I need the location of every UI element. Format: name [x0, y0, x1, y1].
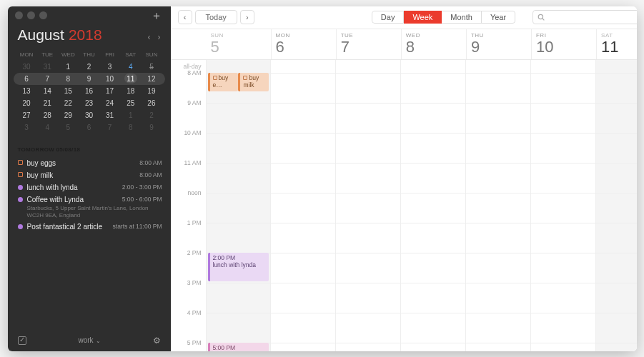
mini-day[interactable]: 30 [79, 109, 99, 121]
mini-day[interactable]: 22 [58, 97, 79, 109]
next-month-button[interactable]: › [158, 32, 161, 42]
search-input[interactable] [548, 11, 636, 23]
agenda-item-location: Starbucks, 5 Upper Saint Martin's Lane, … [27, 205, 156, 220]
day-column[interactable]: buy e…buy milk2:00 PMlunch with lynda5:0… [207, 60, 272, 351]
day-column[interactable] [336, 60, 401, 351]
mini-day[interactable]: 5 [141, 61, 162, 73]
mini-day[interactable]: 23 [79, 97, 99, 109]
prev-month-button[interactable]: ‹ [148, 32, 151, 42]
mini-day[interactable]: 13 [16, 85, 37, 97]
week-grid[interactable]: all-day 8 AM9 AM10 AM11 AMnoon1 PM2 PM3 … [171, 60, 637, 351]
gear-icon[interactable]: ⚙ [153, 336, 161, 346]
day-header[interactable]: WED8 [402, 29, 466, 59]
agenda-item[interactable]: Post fantastical 2 articlestarts at 11:0… [18, 221, 162, 233]
mini-day[interactable]: 28 [37, 109, 58, 121]
day-number: 11 [601, 39, 636, 55]
view-segmented-control[interactable]: DayWeekMonthYear [372, 11, 515, 24]
day-column[interactable] [271, 60, 336, 351]
mini-day[interactable]: 30 [16, 61, 37, 73]
mini-day[interactable]: 15 [58, 85, 79, 97]
mini-day[interactable]: 19 [141, 85, 162, 97]
day-header[interactable]: SUN5 [207, 29, 271, 59]
mini-day[interactable]: 7 [37, 73, 58, 85]
calendar-event[interactable]: buy e… [208, 73, 239, 91]
day-header[interactable]: THU9 [467, 29, 531, 59]
agenda-item[interactable]: buy eggs8:00 AM [18, 157, 162, 169]
day-header[interactable]: TUE7 [337, 29, 401, 59]
mini-day[interactable]: 2 [141, 109, 162, 121]
mini-day[interactable]: 20 [16, 97, 37, 109]
prev-week-button[interactable]: ‹ [178, 10, 192, 24]
mini-day[interactable]: 17 [99, 85, 120, 97]
calendar-event[interactable]: 2:00 PMlunch with lynda [208, 253, 269, 281]
mini-day[interactable]: 7 [99, 121, 120, 134]
mini-day[interactable]: 9 [79, 73, 99, 85]
mini-day[interactable]: 6 [16, 73, 37, 85]
mini-day[interactable]: 24 [99, 97, 120, 109]
traffic-close-icon[interactable] [15, 11, 23, 19]
event-dot-icon [18, 197, 23, 202]
next-week-button[interactable]: › [240, 10, 254, 24]
mini-day[interactable]: 6 [79, 121, 99, 134]
mini-day[interactable]: 10 [99, 73, 120, 85]
mini-day[interactable]: 29 [58, 109, 79, 121]
app-window: ＋ August 2018 ‹ › MONTUEWEDTHUFRISATSUN3… [8, 6, 637, 351]
mini-day[interactable]: 12 [141, 73, 162, 85]
mini-day[interactable]: 8 [58, 73, 79, 85]
view-option-day[interactable]: Day [372, 11, 405, 24]
agenda-item-title: Post fantastical 2 article [27, 223, 103, 231]
mini-day[interactable]: 26 [141, 97, 162, 109]
day-header[interactable]: SAT11 [597, 29, 636, 59]
mini-day[interactable]: 4 [120, 61, 141, 73]
day-column[interactable] [401, 60, 466, 351]
day-column[interactable] [531, 60, 596, 351]
day-number: 10 [536, 39, 592, 55]
mini-day[interactable]: 8 [120, 121, 141, 134]
reminders-toggle[interactable] [18, 336, 26, 345]
agenda-list: TOMORROW 05/08/18 buy eggs8:00 AMbuy mil… [8, 138, 171, 233]
day-header[interactable]: FRI10 [532, 29, 596, 59]
mini-day[interactable]: 16 [79, 85, 99, 97]
agenda-item[interactable]: lunch with lynda2:00 - 3:00 PM [18, 181, 162, 193]
mini-day[interactable]: 2 [79, 61, 99, 73]
view-option-month[interactable]: Month [442, 11, 482, 24]
view-option-week[interactable]: Week [404, 11, 442, 24]
day-header[interactable]: MON6 [272, 29, 336, 59]
mini-day[interactable]: 9 [141, 121, 162, 134]
search-field[interactable] [532, 10, 636, 24]
day-column[interactable] [466, 60, 531, 351]
mini-day[interactable]: 11 [120, 73, 141, 85]
mini-day[interactable]: 14 [37, 85, 58, 97]
traffic-minimize-icon[interactable] [27, 11, 35, 19]
add-event-button[interactable]: ＋ [149, 10, 164, 21]
hour-label: 1 PM [187, 219, 202, 226]
mini-dow: SUN [141, 49, 162, 61]
mini-day[interactable]: 3 [16, 121, 37, 134]
hour-label: 2 PM [187, 249, 202, 256]
hour-label: 8 AM [187, 69, 201, 76]
mini-calendar[interactable]: MONTUEWEDTHUFRISATSUN3031123456789101112… [8, 49, 171, 138]
mini-day[interactable]: 18 [120, 85, 141, 97]
mini-day[interactable]: 25 [120, 97, 141, 109]
calendar-event[interactable]: 5:00 PMCoffee with Lynda [208, 343, 269, 351]
traffic-zoom-icon[interactable] [39, 11, 47, 19]
mini-day[interactable]: 27 [16, 109, 37, 121]
mini-day[interactable]: 1 [120, 109, 141, 121]
mini-day[interactable]: 21 [37, 97, 58, 109]
mini-day[interactable]: 31 [37, 61, 58, 73]
mini-day[interactable]: 1 [58, 61, 79, 73]
day-number: 7 [341, 39, 397, 55]
mini-day[interactable]: 31 [99, 109, 120, 121]
mini-day[interactable]: 5 [58, 121, 79, 134]
mini-day[interactable]: 3 [99, 61, 120, 73]
calendar-set-picker[interactable]: work⌄ [26, 336, 153, 344]
view-option-year[interactable]: Year [482, 11, 515, 24]
agenda-item[interactable]: Coffee with Lynda5:00 - 6:00 PM [18, 193, 162, 206]
agenda-item-title: buy eggs [27, 159, 56, 167]
mini-day[interactable]: 4 [37, 121, 58, 134]
today-button[interactable]: Today [195, 10, 237, 24]
day-column[interactable] [596, 60, 636, 351]
calendar-event[interactable]: buy milk [238, 73, 269, 91]
agenda-item[interactable]: buy milk8:00 AM [18, 169, 162, 181]
day-number: 9 [471, 39, 527, 55]
